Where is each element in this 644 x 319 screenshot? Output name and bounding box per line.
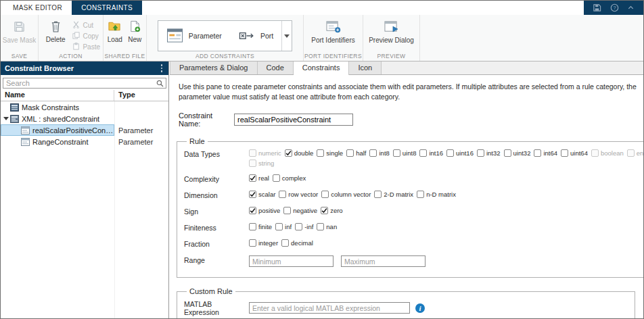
checkbox-int64[interactable]: int64: [534, 149, 557, 157]
checkbox-label: uint16: [456, 149, 474, 157]
search-input[interactable]: [3, 78, 166, 89]
tree-row-xml-sharedconstraint[interactable]: XML : sharedConstraint: [1, 113, 168, 124]
checkbox-uint8[interactable]: uint8: [393, 149, 417, 157]
tab-icon[interactable]: Icon: [349, 62, 382, 74]
rule-group-title: Rule: [187, 137, 208, 145]
tree-row-mask-constraints[interactable]: Mask Constraints: [1, 101, 168, 113]
matlab-expression-input[interactable]: [249, 302, 410, 314]
column-header-type[interactable]: Type: [114, 90, 168, 101]
checkbox-zero[interactable]: zero: [321, 207, 342, 214]
checked-checkbox-icon: [285, 149, 292, 157]
checkbox-inf[interactable]: inf: [275, 223, 292, 230]
checkbox-real[interactable]: real: [249, 174, 269, 182]
tab-parameters-dialog[interactable]: Parameters & Dialog: [170, 62, 258, 74]
panel-menu-icon[interactable]: [159, 64, 165, 72]
checkbox-finite[interactable]: finite: [249, 223, 272, 230]
checkbox-uint64[interactable]: uint64: [561, 149, 588, 157]
checkbox-decimal[interactable]: decimal: [281, 239, 313, 247]
checkbox-half[interactable]: half: [346, 149, 366, 157]
constraints-pane: Use this pane to create parameter constr…: [170, 75, 643, 318]
checkbox-int8[interactable]: int8: [369, 149, 389, 157]
checkbox-nan[interactable]: nan: [317, 223, 337, 230]
checked-checkbox-icon: [249, 207, 256, 214]
gallery-dropdown-button[interactable]: [281, 21, 292, 51]
maximum-input[interactable]: [341, 255, 426, 267]
checkbox-uint32[interactable]: uint32: [504, 149, 531, 157]
tree-row-rangeconstraint[interactable]: RangeConstraintParameter: [1, 136, 168, 147]
constraint-icon: [21, 138, 30, 146]
rule-row-complexity: Complexityrealcomplex: [184, 174, 643, 183]
preview-dialog-button[interactable]: Preview Dialog: [366, 18, 417, 44]
constraint-name-input[interactable]: [234, 114, 353, 126]
checkbox-line: realcomplex: [249, 174, 306, 182]
collapse-icon[interactable]: [627, 4, 635, 11]
unchecked-checkbox-icon: [561, 149, 568, 157]
checkbox-single[interactable]: single: [317, 149, 343, 157]
load-button[interactable]: Load: [106, 18, 124, 43]
checkbox-n-d-matrix[interactable]: n-D matrix: [417, 191, 456, 198]
checkbox-int32[interactable]: int32: [477, 149, 501, 157]
mask-constraints-icon: [10, 103, 19, 112]
checkbox-string: string: [249, 160, 274, 167]
checkbox-column-vector[interactable]: column vector: [321, 191, 371, 198]
add-parameter-constraint-button[interactable]: Parameter: [158, 21, 230, 51]
constraint-browser-title: Constraint Browser: [5, 62, 74, 75]
node-type: Parameter: [114, 126, 168, 134]
tab-constraints-editor[interactable]: Constraints: [294, 62, 350, 75]
checkbox-positive[interactable]: positive: [249, 207, 280, 214]
tree-name-cell: RangeConstraint: [1, 136, 114, 147]
unchecked-checkbox-icon: [249, 160, 256, 167]
checkbox-label: positive: [258, 207, 280, 214]
copy-icon: [72, 32, 80, 41]
checkbox-double[interactable]: double: [285, 149, 314, 157]
section-label-preview: PREVIEW: [363, 53, 419, 59]
tree-name-cell: XML : sharedConstraint: [1, 113, 114, 124]
save-mask-label: Save Mask: [3, 36, 36, 44]
node-label: Mask Constraints: [22, 103, 79, 112]
constraint-tree: Mask ConstraintsXML : sharedConstraintre…: [1, 101, 168, 318]
rule-row-label: Complexity: [184, 174, 249, 183]
port-identifiers-button[interactable]: Port Identifiers: [306, 18, 360, 44]
checkbox-uint16[interactable]: uint16: [446, 149, 474, 157]
unchecked-checkbox-icon: [249, 149, 256, 157]
checked-checkbox-icon: [321, 207, 328, 214]
rule-group: Rule Data Typesnumericdoublesinglehalfin…: [177, 137, 643, 278]
rule-row-fraction: Fractionintegerdecimal: [184, 239, 643, 248]
tab-constraints[interactable]: CONSTRAINTS: [72, 1, 142, 15]
tab-mask-editor[interactable]: MASK EDITOR: [3, 1, 72, 15]
checkbox-label: -inf: [304, 223, 313, 230]
checkbox-2-d-matrix[interactable]: 2-D matrix: [374, 191, 413, 198]
minimum-input[interactable]: [249, 255, 334, 267]
rule-row-label: Range: [184, 255, 249, 264]
checkbox-label: double: [294, 149, 314, 157]
help-icon[interactable]: ?: [610, 3, 619, 12]
checkbox-label: scalar: [258, 191, 275, 198]
save-icon[interactable]: [593, 3, 601, 12]
checkbox-integer[interactable]: integer: [249, 239, 278, 247]
tab-code[interactable]: Code: [258, 62, 294, 74]
add-port-constraint-button[interactable]: Port: [230, 21, 281, 51]
rule-row-range: Range: [184, 255, 643, 267]
section-label-save: SAVE: [1, 53, 38, 59]
unchecked-checkbox-icon: [374, 191, 382, 198]
checkbox-scalar[interactable]: scalar: [249, 191, 275, 198]
checkbox-line: finiteinf-infnan: [249, 223, 337, 230]
checkbox-complex[interactable]: complex: [273, 174, 306, 182]
rule-row-finiteness: Finitenessfiniteinf-infnan: [184, 223, 643, 232]
column-header-name[interactable]: Name: [1, 90, 114, 101]
preview-dialog-icon: [384, 20, 399, 35]
tree-row-realscalarpositiveconstraint[interactable]: realScalarPositiveConstraintParameter: [1, 124, 168, 136]
checkbox-row-vector[interactable]: row vector: [279, 191, 318, 198]
delete-button[interactable]: Delete: [41, 18, 70, 43]
new-button[interactable]: New: [127, 18, 144, 43]
ribbon-section-add-constraints: Parameter Port ADD CONSTRAINTS: [147, 15, 304, 61]
checkbox-int16[interactable]: int16: [419, 149, 443, 157]
checkbox-inf[interactable]: -inf: [295, 223, 313, 230]
checkbox-negative[interactable]: negative: [283, 207, 317, 214]
clipboard-button-stack: Cut Copy Paste: [72, 18, 100, 51]
port-constraint-label: Port: [260, 32, 273, 40]
svg-text:?: ?: [613, 5, 616, 11]
expander-icon[interactable]: [2, 117, 10, 120]
rule-row-options: [249, 255, 426, 267]
info-icon[interactable]: i: [415, 303, 425, 313]
